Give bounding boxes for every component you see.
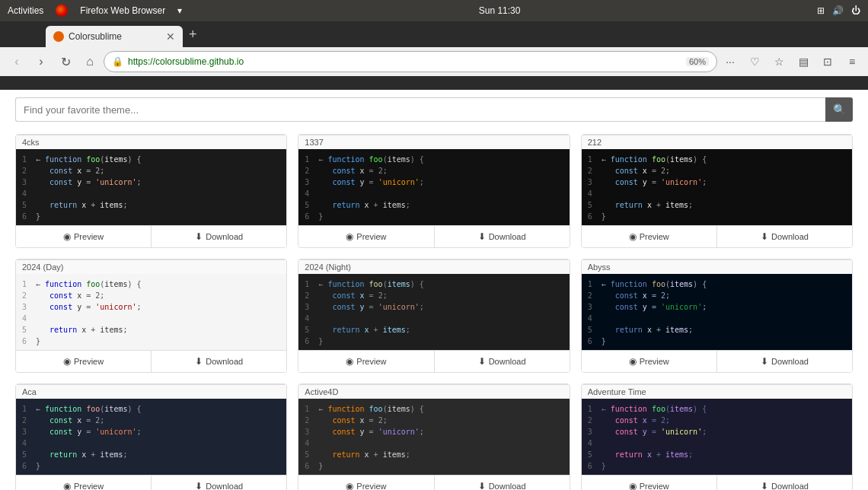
search-button[interactable]: 🔍 xyxy=(825,97,853,122)
nav-right-icons: ··· ♡ ☆ ▤ ⊡ ≡ xyxy=(720,52,862,72)
theme-card-2024day: 2024 (Day) 1← function foo(items) { 2 co… xyxy=(15,259,287,373)
url-display: https://colorsublime.github.io xyxy=(128,56,681,67)
preview-button-abyss[interactable]: ◉ Preview xyxy=(582,351,717,372)
search-input[interactable] xyxy=(15,97,825,122)
browser-tab[interactable]: Colorsublime ✕ xyxy=(46,26,183,47)
preview-button-aca[interactable]: ◉ Preview xyxy=(16,476,152,490)
preview-button-adventure-time[interactable]: ◉ Preview xyxy=(582,476,717,490)
download-button-2024day[interactable]: ⬇ Download xyxy=(152,351,286,372)
tab-title: Colorsublime xyxy=(69,31,122,42)
preview-icon: ◉ xyxy=(629,356,637,367)
preview-button-2024day[interactable]: ◉ Preview xyxy=(16,351,152,372)
theme-label-active4d: Active4D xyxy=(298,384,569,399)
download-icon: ⬇ xyxy=(478,356,486,367)
dropdown-arrow: ▾ xyxy=(177,5,182,16)
preview-button-4cks[interactable]: ◉ Preview xyxy=(16,226,152,247)
hamburger-button[interactable]: ≡ xyxy=(842,52,862,72)
back-button[interactable]: ‹ xyxy=(6,51,27,72)
star-button[interactable]: ☆ xyxy=(769,52,789,72)
theme-grid: 4cks 1← function foo(items) { 2 const x … xyxy=(15,134,853,490)
preview-icon: ◉ xyxy=(346,231,353,242)
clock: Sun 11:30 xyxy=(479,5,521,16)
theme-label-abyss: Abyss xyxy=(582,259,852,274)
download-icon: ⬇ xyxy=(195,231,203,242)
theme-actions-active4d: ◉ Preview ⬇ Download xyxy=(298,475,569,490)
zoom-level: 60% xyxy=(686,57,709,66)
theme-preview-4cks: 1← function foo(items) { 2 const x = 2; … xyxy=(16,149,286,225)
theme-card-4cks: 4cks 1← function foo(items) { 2 const x … xyxy=(15,134,287,248)
download-button-1337[interactable]: ⬇ Download xyxy=(435,226,570,247)
theme-card-2024night: 2024 (Night) 1← function foo(items) { 2 … xyxy=(298,259,570,373)
download-icon: ⬇ xyxy=(195,481,203,490)
download-icon: ⬇ xyxy=(761,356,768,367)
preview-icon: ◉ xyxy=(63,231,71,242)
download-button-active4d[interactable]: ⬇ Download xyxy=(435,476,570,490)
browser-chrome: Colorsublime ✕ + ‹ › ↻ ⌂ 🔒 https://color… xyxy=(0,21,868,90)
theme-label-adventure-time: Adventure Time xyxy=(582,384,852,399)
theme-preview-2024day: 1← function foo(items) { 2 const x = 2; … xyxy=(16,274,286,350)
volume-icon: 🔊 xyxy=(832,5,844,16)
page-content: 🔍 4cks 1← function foo(items) { 2 const … xyxy=(0,90,868,490)
theme-actions-2024day: ◉ Preview ⬇ Download xyxy=(16,350,286,372)
preview-button-2024night[interactable]: ◉ Preview xyxy=(298,351,434,372)
preview-button-212[interactable]: ◉ Preview xyxy=(582,226,717,247)
download-icon: ⬇ xyxy=(195,356,203,367)
theme-preview-active4d: 1← function foo(items) { 2 const x = 2; … xyxy=(298,399,569,475)
preview-icon: ◉ xyxy=(629,231,637,242)
theme-preview-adventure-time: 1← function foo(items) { 2 const x = 2; … xyxy=(582,399,852,475)
theme-actions-2024night: ◉ Preview ⬇ Download xyxy=(298,350,569,372)
download-button-212[interactable]: ⬇ Download xyxy=(717,226,852,247)
theme-label-212: 212 xyxy=(582,135,852,149)
network-icon: ⊞ xyxy=(817,5,825,16)
theme-actions-1337: ◉ Preview ⬇ Download xyxy=(298,225,569,247)
theme-preview-2024night: 1← function foo(items) { 2 const x = 2; … xyxy=(298,274,569,350)
theme-card-212: 212 1← function foo(items) { 2 const x =… xyxy=(581,134,853,248)
download-button-adventure-time[interactable]: ⬇ Download xyxy=(717,476,852,490)
reload-button[interactable]: ↻ xyxy=(55,51,76,72)
theme-label-2024day: 2024 (Day) xyxy=(16,259,286,274)
theme-label-4cks: 4cks xyxy=(16,135,286,149)
download-icon: ⬇ xyxy=(478,481,486,490)
power-icon: ⏻ xyxy=(851,5,860,16)
preview-icon: ◉ xyxy=(63,481,71,490)
preview-button-1337[interactable]: ◉ Preview xyxy=(298,226,434,247)
preview-icon: ◉ xyxy=(629,481,637,490)
tab-close-button[interactable]: ✕ xyxy=(166,30,175,43)
preview-icon: ◉ xyxy=(346,356,353,367)
lock-icon: 🔒 xyxy=(112,56,123,67)
download-icon: ⬇ xyxy=(478,231,486,242)
theme-actions-abyss: ◉ Preview ⬇ Download xyxy=(582,350,852,372)
tabs-button[interactable]: ⊡ xyxy=(818,52,838,72)
address-bar[interactable]: 🔒 https://colorsublime.github.io 60% xyxy=(104,51,717,72)
theme-card-aca: Aca 1← function foo(items) { 2 const x =… xyxy=(15,383,287,490)
forward-button[interactable]: › xyxy=(30,51,52,72)
tab-bar: Colorsublime ✕ + xyxy=(0,21,868,47)
theme-preview-212: 1← function foo(items) { 2 const x = 2; … xyxy=(582,149,852,225)
theme-actions-aca: ◉ Preview ⬇ Download xyxy=(16,475,286,490)
browser-name-label: Firefox Web Browser xyxy=(80,5,165,16)
home-button[interactable]: ⌂ xyxy=(79,51,101,72)
theme-card-adventure-time: Adventure Time 1← function foo(items) { … xyxy=(581,383,853,490)
download-icon: ⬇ xyxy=(761,231,768,242)
theme-card-active4d: Active4D 1← function foo(items) { 2 cons… xyxy=(298,383,570,490)
theme-card-abyss: Abyss 1← function foo(items) { 2 const x… xyxy=(581,259,853,373)
theme-preview-aca: 1← function foo(items) { 2 const x = 2; … xyxy=(16,399,286,475)
menu-button[interactable]: ··· xyxy=(720,52,740,72)
download-button-abyss[interactable]: ⬇ Download xyxy=(717,351,852,372)
theme-actions-adventure-time: ◉ Preview ⬇ Download xyxy=(582,475,852,490)
new-tab-button[interactable]: + xyxy=(189,27,197,43)
bookmark-button[interactable]: ♡ xyxy=(745,52,764,72)
firefox-icon xyxy=(56,5,68,17)
download-button-2024night[interactable]: ⬇ Download xyxy=(435,351,570,372)
theme-label-aca: Aca xyxy=(16,384,286,399)
os-topbar: Activities Firefox Web Browser ▾ Sun 11:… xyxy=(0,0,868,21)
activities-button[interactable]: Activities xyxy=(8,5,43,16)
search-bar: 🔍 xyxy=(15,97,853,122)
theme-actions-212: ◉ Preview ⬇ Download xyxy=(582,225,852,247)
download-button-aca[interactable]: ⬇ Download xyxy=(152,476,286,490)
preview-button-active4d[interactable]: ◉ Preview xyxy=(298,476,434,490)
sidebar-button[interactable]: ▤ xyxy=(793,52,813,72)
theme-label-1337: 1337 xyxy=(298,135,569,149)
download-button-4cks[interactable]: ⬇ Download xyxy=(152,226,286,247)
theme-preview-abyss: 1← function foo(items) { 2 const x = 2; … xyxy=(582,274,852,350)
